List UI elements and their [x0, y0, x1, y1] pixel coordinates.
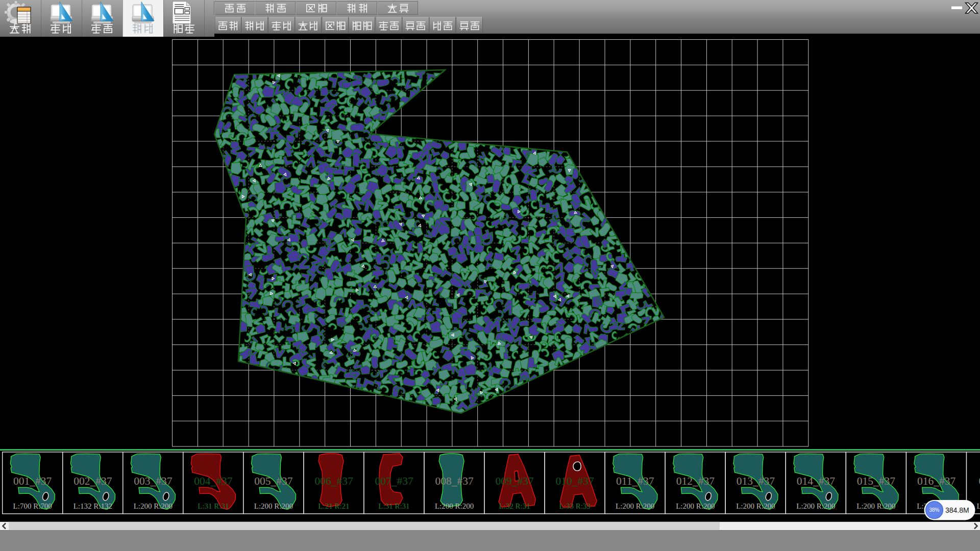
svg-text:L:132 R:132: L:132 R:132	[74, 502, 112, 510]
svg-text:L:700 R:700: L:700 R:700	[13, 502, 52, 510]
svg-text:016_#37: 016_#37	[917, 475, 956, 487]
svg-text:L:21 R:21: L:21 R:21	[318, 502, 349, 510]
svg-text:L:: L:	[977, 502, 980, 510]
svg-text:L:200 R:200: L:200 R:200	[856, 502, 895, 510]
svg-text:L:33 R:33: L:33 R:33	[559, 502, 591, 510]
svg-text:011_#37: 011_#37	[616, 475, 654, 487]
svg-text:001_#37: 001_#37	[13, 475, 52, 487]
svg-text:006_#37: 006_#37	[314, 475, 353, 487]
svg-text:L:200 R:200: L:200 R:200	[616, 502, 654, 510]
svg-text:013_#37: 013_#37	[737, 475, 775, 487]
svg-text:002_#37: 002_#37	[74, 475, 112, 487]
svg-text:L:31 R:31: L:31 R:31	[198, 502, 229, 510]
svg-text:L:200 R:200: L:200 R:200	[254, 502, 293, 510]
svg-text:L:31 R:31: L:31 R:31	[378, 502, 409, 510]
svg-text:009_#37: 009_#37	[495, 475, 534, 487]
svg-text:L:32 R:31: L:32 R:31	[499, 502, 530, 510]
svg-text:012_#37: 012_#37	[676, 475, 715, 487]
svg-text:003_#37: 003_#37	[134, 475, 173, 487]
svg-text:010_#37: 010_#37	[556, 475, 595, 487]
svg-text:014_#37: 014_#37	[797, 475, 836, 487]
svg-text:L:200 R:200: L:200 R:200	[796, 502, 835, 510]
svg-text:L:200 R:200: L:200 R:200	[134, 502, 173, 510]
svg-text:L:200 R:200: L:200 R:200	[736, 502, 775, 510]
svg-text:L:200 R:200: L:200 R:200	[435, 502, 474, 510]
svg-text:008_#37: 008_#37	[435, 475, 474, 487]
svg-text:007_#37: 007_#37	[375, 475, 413, 487]
svg-text:384.8M: 384.8M	[945, 506, 969, 514]
svg-text:015_#37: 015_#37	[857, 475, 896, 487]
svg-text:005_#37: 005_#37	[254, 475, 293, 487]
svg-text:L:200 R:200: L:200 R:200	[676, 502, 715, 510]
svg-text:004_#37: 004_#37	[194, 475, 233, 487]
svg-text:38%: 38%	[929, 507, 939, 513]
